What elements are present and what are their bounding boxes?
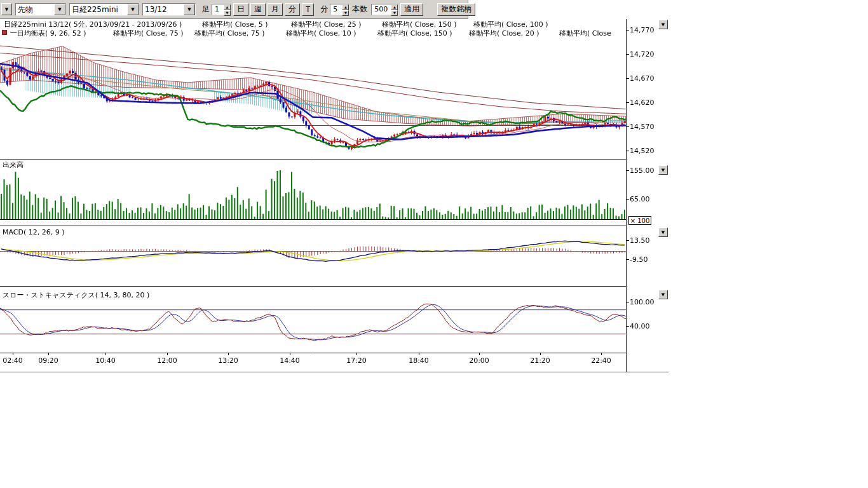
macd-axis-label: -9.50 — [630, 255, 648, 264]
contract-value: 13/12 — [143, 4, 184, 15]
chevron-down-icon: ▼ — [661, 292, 665, 297]
interval-week-button[interactable]: 週 — [250, 3, 266, 16]
time-axis-label: 21:20 — [530, 356, 550, 365]
bar-count-label: 本数 — [352, 4, 367, 15]
minute-label: 分 — [320, 4, 328, 15]
stoch-axis-label: 100.00 — [630, 298, 654, 306]
minute-value: 5 — [330, 4, 342, 15]
bar-label: 足 — [202, 4, 210, 15]
interval-month-button[interactable]: 月 — [268, 3, 283, 16]
toolbar-mini-dropdown[interactable]: ▼ — [1, 3, 12, 15]
chevron-down-icon: ▼ — [661, 230, 665, 235]
spin-up-icon: ▲ — [224, 4, 231, 10]
time-axis-label: 13:20 — [218, 356, 238, 365]
volume-axis-label: 155.00 — [630, 166, 654, 175]
volume-multiplier-badge: × 100 — [628, 216, 651, 225]
legend-ma150-b: 移動平均( Close, 150 ) — [377, 29, 452, 38]
volume-axis-label: 65.00 — [630, 195, 650, 203]
bar-count-value: 500 — [372, 4, 391, 15]
time-axis-label: 12:00 — [157, 356, 177, 365]
app-window: ▼ 先物 ▼ 日経225mini ▼ 13/12 ▼ 足 1 ▲ ▼ 日 週 月… — [0, 0, 868, 488]
spin-down-icon: ▼ — [391, 10, 398, 16]
price-scale-dropdown[interactable]: ▼ — [658, 20, 668, 29]
volume-panel-title: 出来高 — [3, 160, 24, 170]
chevron-down-icon[interactable]: ▼ — [54, 4, 65, 15]
stoch-axis-label: 40.00 — [630, 322, 650, 330]
time-axis-label: 17:20 — [346, 356, 367, 365]
spinner-arrows[interactable]: ▲ ▼ — [391, 4, 398, 15]
time-axis-label: 22:40 — [591, 356, 611, 365]
time-axis-label: 09:20 — [38, 356, 58, 365]
symbol-combobox[interactable]: 日経225mini ▼ — [69, 3, 139, 16]
contract-combobox[interactable]: 13/12 ▼ — [142, 3, 196, 16]
spinner-arrows[interactable]: ▲ ▼ — [224, 4, 231, 15]
minute-spinner[interactable]: 5 ▲ ▼ — [330, 4, 349, 15]
legend-ma100: 移動平均( Close, 100 ) — [473, 20, 548, 29]
price-axis-label: 14,720 — [630, 50, 654, 58]
price-axis-label: 14,770 — [630, 26, 654, 34]
stoch-scale-dropdown[interactable]: ▼ — [658, 290, 668, 299]
volume-scale-dropdown[interactable]: ▼ — [658, 165, 668, 175]
spin-down-icon: ▼ — [224, 10, 231, 16]
legend-ma20: 移動平均( Close, 20 ) — [469, 29, 539, 38]
time-axis-label: 18:40 — [409, 356, 429, 365]
price-axis-label: 14,620 — [630, 98, 654, 107]
macd-panel-title: MACD( 12, 26, 9 ) — [3, 228, 65, 236]
legend-ichimoku: 一目均衡表( 9, 26, 52 ) — [10, 29, 86, 38]
spin-up-icon: ▲ — [391, 4, 398, 10]
time-axis-label: 20:00 — [469, 356, 489, 365]
legend-ma75-b: 移動平均( Close, 75 ) — [194, 29, 265, 38]
chevron-down-icon: ▼ — [661, 168, 665, 173]
legend-ma10: 移動平均( Close, 10 ) — [286, 29, 356, 38]
spinner-arrows[interactable]: ▲ ▼ — [342, 4, 349, 15]
macd-axis-label: 13.50 — [630, 236, 650, 245]
price-axis-label: 14,520 — [630, 147, 654, 155]
spin-up-icon: ▲ — [342, 4, 349, 10]
category-value: 先物 — [16, 4, 54, 15]
price-chart-canvas[interactable] — [0, 19, 671, 375]
bar-interval-spinner[interactable]: 1 ▲ ▼ — [212, 4, 231, 15]
interval-tick-button[interactable]: T — [302, 3, 314, 16]
interval-day-button[interactable]: 日 — [233, 3, 248, 16]
time-axis-label: 14:40 — [280, 356, 300, 365]
spin-down-icon: ▼ — [342, 10, 349, 16]
legend-symbol: 日経225mini 13/12( 5分, 2013/09/21 - 2013/0… — [4, 20, 182, 29]
multi-symbol-button[interactable]: 複数銘柄 — [437, 3, 475, 16]
interval-minute-button[interactable]: 分 — [285, 3, 300, 16]
legend-ma-truncated: 移動平均( Close — [559, 29, 611, 38]
legend-ma150: 移動平均( Close, 150 ) — [382, 20, 457, 29]
bar-interval-value: 1 — [212, 4, 224, 15]
bar-count-spinner[interactable]: 500 ▲ ▼ — [371, 4, 398, 15]
chevron-down-icon[interactable]: ▼ — [184, 4, 195, 15]
time-axis-label: 02:40 — [3, 356, 23, 365]
ichimoku-marker-icon — [2, 30, 7, 35]
symbol-value: 日経225mini — [70, 4, 127, 15]
time-axis-label: 10:40 — [95, 356, 116, 365]
chevron-down-icon: ▼ — [661, 22, 665, 27]
price-axis-label: 14,670 — [630, 74, 654, 83]
price-axis-label: 14,570 — [630, 123, 654, 131]
toolbar: ▼ 先物 ▼ 日経225mini ▼ 13/12 ▼ 足 1 ▲ ▼ 日 週 月… — [0, 0, 468, 19]
legend-ma25: 移動平均( Close, 25 ) — [291, 20, 362, 29]
legend-ma5: 移動平均( Close, 5 ) — [202, 20, 268, 29]
chevron-down-icon: ▼ — [5, 7, 8, 12]
chevron-down-icon[interactable]: ▼ — [127, 4, 139, 15]
category-combobox[interactable]: 先物 ▼ — [15, 3, 66, 16]
legend-ma75-a: 移動平均( Close, 75 ) — [113, 29, 184, 38]
stoch-panel-title: スロー・ストキャスティクス( 14, 3, 80, 20 ) — [3, 290, 149, 300]
apply-button[interactable]: 適用 — [400, 3, 423, 16]
macd-scale-dropdown[interactable]: ▼ — [658, 227, 668, 237]
